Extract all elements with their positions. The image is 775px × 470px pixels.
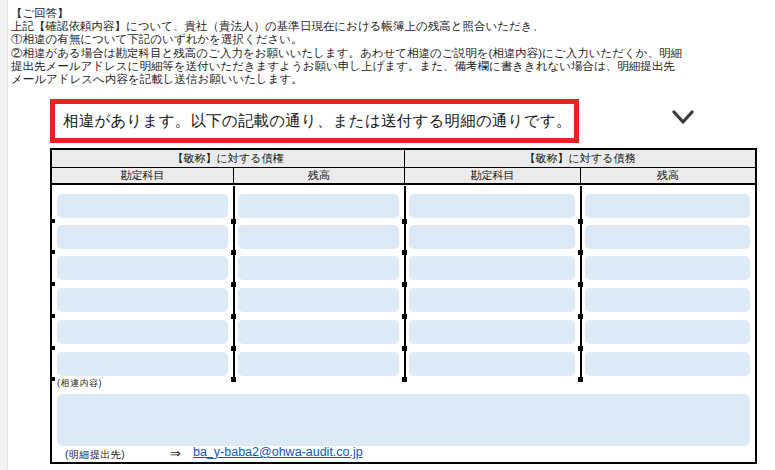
group-header-payable: 【敬称】に対する債務 bbox=[404, 150, 755, 168]
dropdown-selected-text: 相違があります。以下の記載の通り、または送付する明細の通りです。 bbox=[55, 111, 572, 132]
balance-input[interactable] bbox=[585, 256, 750, 280]
difference-dropdown[interactable]: 相違があります。以下の記載の通り、または送付する明細の通りです。 bbox=[50, 99, 579, 143]
cell-handle-dot bbox=[578, 377, 583, 382]
col-header-account-right: 勘定科目 bbox=[404, 168, 580, 185]
chevron-down-icon[interactable] bbox=[671, 110, 695, 126]
account-input[interactable] bbox=[409, 352, 575, 376]
cell-handle-dot bbox=[231, 377, 236, 382]
intro-line: メールアドレスへ内容を記載し送信お願いいたします。 bbox=[11, 73, 775, 86]
cell-handle-dot bbox=[578, 314, 583, 319]
cell-handle-dot bbox=[231, 314, 236, 319]
balance-table: 【敬称】に対する債権 【敬称】に対する債務 勘定科目 残高 勘定科目 残高 (相… bbox=[50, 148, 757, 464]
balance-input[interactable] bbox=[585, 288, 750, 312]
cell-handle-dot bbox=[231, 219, 236, 224]
cell-handle-dot bbox=[578, 250, 583, 255]
cell-handle-dot bbox=[402, 346, 407, 351]
row-edge-tick bbox=[51, 250, 55, 254]
account-input[interactable] bbox=[409, 256, 575, 280]
cell-handle-dot bbox=[402, 377, 407, 382]
cell-handle-dot bbox=[578, 219, 583, 224]
cell-handle-dot bbox=[578, 282, 583, 287]
col-header-account-left: 勘定科目 bbox=[52, 168, 233, 185]
cell-handle-dot bbox=[231, 250, 236, 255]
cell-handle-dot bbox=[231, 346, 236, 351]
cell-handle-dot bbox=[402, 219, 407, 224]
account-input[interactable] bbox=[57, 352, 228, 376]
detail-email-link[interactable]: ba_y-baba2@ohwa-audit.co.jp bbox=[193, 445, 363, 459]
balance-input[interactable] bbox=[585, 352, 750, 376]
intro-line: 提出先メールアドレスに明細等を送付いただきますようお願い申し上げます。また、備考… bbox=[11, 60, 775, 73]
balance-input[interactable] bbox=[238, 194, 399, 218]
account-input[interactable] bbox=[409, 225, 575, 249]
account-input[interactable] bbox=[57, 194, 228, 218]
cell-handle-dot bbox=[578, 346, 583, 351]
cell-handle-dot bbox=[402, 282, 407, 287]
balance-input[interactable] bbox=[238, 352, 399, 376]
account-input[interactable] bbox=[57, 320, 228, 344]
account-input[interactable] bbox=[409, 288, 575, 312]
balance-input[interactable] bbox=[585, 320, 750, 344]
difference-content-textarea[interactable] bbox=[57, 394, 750, 446]
account-input[interactable] bbox=[409, 320, 575, 344]
account-input[interactable] bbox=[409, 194, 575, 218]
intro-line: ①相違の有無について下記のいずれかを選択ください。 bbox=[11, 33, 775, 46]
page-left-edge bbox=[0, 0, 8, 470]
detail-destination-row: (明細提出先) ⇒ ba_y-baba2@ohwa-audit.co.jp bbox=[52, 445, 752, 461]
intro-line: 上記【確認依頼内容】について、貴社（貴法人）の基準日現在における帳簿上の残高と照… bbox=[11, 20, 775, 33]
intro-line: ②相違がある場合は勘定科目と残高のご入力をお願いいたします。あわせて相違のご説明… bbox=[11, 47, 775, 60]
balance-input[interactable] bbox=[585, 225, 750, 249]
cell-handle-dot bbox=[231, 282, 236, 287]
row-edge-tick bbox=[51, 282, 55, 286]
row-edge-tick bbox=[51, 377, 55, 381]
group-header-receivable: 【敬称】に対する債権 bbox=[52, 150, 404, 168]
cell-handle-dot bbox=[402, 314, 407, 319]
account-input[interactable] bbox=[57, 225, 228, 249]
balance-input[interactable] bbox=[238, 256, 399, 280]
row-edge-tick bbox=[51, 314, 55, 318]
col-header-balance-left: 残高 bbox=[233, 168, 404, 185]
cell-handle-dot bbox=[402, 250, 407, 255]
col-header-balance-right: 残高 bbox=[580, 168, 755, 185]
difference-content-label: (相違内容) bbox=[57, 377, 102, 390]
row-edge-tick bbox=[51, 219, 55, 223]
intro-line-title: 【ご回答】 bbox=[11, 7, 775, 20]
intro-text: 【ご回答】 上記【確認依頼内容】について、貴社（貴法人）の基準日現在における帳簿… bbox=[11, 7, 775, 86]
balance-input[interactable] bbox=[238, 288, 399, 312]
balance-input[interactable] bbox=[238, 320, 399, 344]
detail-destination-label: (明細提出先) bbox=[65, 448, 125, 462]
account-input[interactable] bbox=[57, 288, 228, 312]
balance-input[interactable] bbox=[585, 194, 750, 218]
row-edge-tick bbox=[51, 346, 55, 350]
balance-input[interactable] bbox=[238, 225, 399, 249]
account-input[interactable] bbox=[57, 256, 228, 280]
arrow-right-icon: ⇒ bbox=[170, 446, 181, 461]
